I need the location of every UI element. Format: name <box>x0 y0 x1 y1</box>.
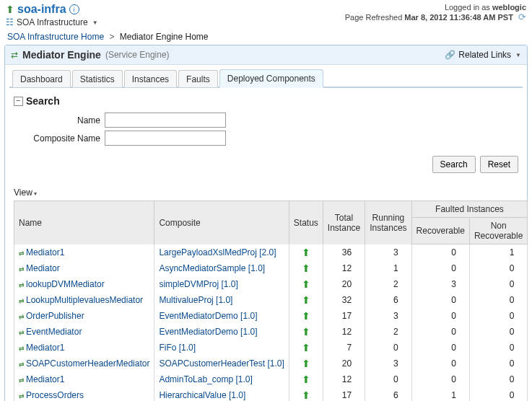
composite-link[interactable]: SOAPCustomerHeaderTest [1.0] <box>159 358 284 369</box>
running-instances-cell: 0 <box>365 340 411 356</box>
tab-instances[interactable]: Instances <box>124 70 177 87</box>
page-context-title[interactable]: soa-infra <box>17 3 66 16</box>
running-instances-cell: 3 <box>365 308 411 324</box>
reset-button[interactable]: Reset <box>480 156 518 173</box>
component-name-link[interactable]: Mediator <box>26 263 60 273</box>
chevron-down-icon: ▼ <box>515 52 521 58</box>
table-row: ⇄LookupMultiplevaluesMediatorMultivalueP… <box>14 292 528 308</box>
composite-link[interactable]: AsyncMediatorSample [1.0] <box>159 263 265 273</box>
recoverable-cell: 1 <box>411 387 469 402</box>
composite-link[interactable]: AdminToLab_comp [1.0] <box>159 374 252 384</box>
total-instance-cell: 12 <box>323 260 365 276</box>
tab-statistics[interactable]: Statistics <box>72 70 123 87</box>
composite-link[interactable]: MultivalueProj [1.0] <box>159 295 232 305</box>
context-menu[interactable]: ☷ SOA Infrastructure ▼ <box>6 17 98 27</box>
breadcrumb: SOA Infrastructure Home > Mediator Engin… <box>0 29 532 45</box>
col-name[interactable]: Name <box>14 201 154 244</box>
composite-link[interactable]: simpleDVMProj [1.0] <box>159 279 237 289</box>
running-instances-cell: 3 <box>365 356 411 371</box>
running-instances-cell: 3 <box>365 244 411 260</box>
recoverable-cell: 0 <box>411 340 469 356</box>
related-links-label: Related Links <box>458 50 511 60</box>
breadcrumb-current: Mediator Engine Home <box>120 32 209 42</box>
non-recoverable-cell: 0 <box>469 356 527 371</box>
mediator-row-icon: ⇄ <box>19 297 25 304</box>
total-instance-cell: 36 <box>323 244 365 260</box>
total-instance-cell: 32 <box>323 292 365 308</box>
tab-dashboard[interactable]: Dashboard <box>12 70 71 87</box>
tab-faults[interactable]: Faults <box>178 70 218 87</box>
table-row: ⇄ProcessOrdersHierarchicalValue [1.0]⬆17… <box>14 387 528 402</box>
infra-icon: ☷ <box>6 17 14 27</box>
composite-link[interactable]: EventMediatorDemo [1.0] <box>159 327 257 337</box>
link-icon: 🔗 <box>445 50 455 60</box>
name-field-label: Name <box>14 115 105 125</box>
table-row: ⇄Mediator1FiFo [1.0]⬆7000 <box>14 340 528 356</box>
col-total-instance[interactable]: Total Instance <box>323 201 365 244</box>
mediator-row-icon: ⇄ <box>19 250 25 257</box>
col-recoverable[interactable]: Recoverable <box>411 218 469 244</box>
page-refreshed-label: Page Refreshed <box>345 13 405 22</box>
recoverable-cell: 0 <box>411 260 469 276</box>
table-row: ⇄EventMediatorEventMediatorDemo [1.0]⬆12… <box>14 324 528 340</box>
component-name-link[interactable]: lookupDVMMediator <box>26 279 105 289</box>
composite-name-field-label: Composite Name <box>14 133 105 144</box>
refresh-icon[interactable]: ⟳ <box>518 12 526 22</box>
table-row: ⇄lookupDVMMediatorsimpleDVMProj [1.0]⬆20… <box>14 276 528 292</box>
recoverable-cell: 0 <box>411 356 469 371</box>
breadcrumb-home-link[interactable]: SOA Infrastructure Home <box>7 32 104 42</box>
component-name-link[interactable]: Mediator1 <box>26 374 64 384</box>
name-input[interactable] <box>105 113 226 128</box>
table-row: ⇄OrderPublisherEventMediatorDemo [1.0]⬆1… <box>14 308 528 324</box>
search-button[interactable]: Search <box>432 156 476 173</box>
component-name-link[interactable]: LookupMultiplevaluesMediator <box>26 295 143 305</box>
recoverable-cell: 3 <box>411 276 469 292</box>
composite-link[interactable]: LargePayloadXslMedProj [2.0] <box>159 247 276 257</box>
non-recoverable-cell: 0 <box>469 324 527 340</box>
total-instance-cell: 7 <box>323 340 365 356</box>
col-running-instances[interactable]: Running Instances <box>365 201 411 244</box>
info-icon[interactable]: i <box>69 4 79 14</box>
logged-in-text: Logged in as weblogic <box>345 3 526 12</box>
view-menu[interactable]: View▾ <box>14 188 518 198</box>
mediator-row-icon: ⇄ <box>19 376 25 384</box>
non-recoverable-cell: 0 <box>469 371 527 387</box>
total-instance-cell: 17 <box>323 387 365 402</box>
component-name-link[interactable]: SOAPCustomerHeaderMediator <box>26 358 149 369</box>
composite-link[interactable]: FiFo [1.0] <box>159 343 196 353</box>
total-instance-cell: 20 <box>323 276 365 292</box>
recoverable-cell: 0 <box>411 244 469 260</box>
status-up-icon: ⬆ <box>294 342 318 353</box>
composite-link[interactable]: HierarchicalValue [1.0] <box>159 390 245 400</box>
status-up-icon: ⬆ <box>294 310 318 322</box>
table-row: ⇄Mediator1AdminToLab_comp [1.0]⬆12000 <box>14 371 528 387</box>
running-instances-cell: 6 <box>365 387 411 402</box>
up-arrow-icon: ⬆ <box>6 4 14 14</box>
recoverable-cell: 0 <box>411 292 469 308</box>
mediator-row-icon: ⇄ <box>19 329 25 336</box>
col-composite[interactable]: Composite <box>154 201 289 244</box>
composite-name-input[interactable] <box>105 131 226 146</box>
chevron-down-icon: ▼ <box>92 19 98 26</box>
total-instance-cell: 12 <box>323 324 365 340</box>
component-name-link[interactable]: OrderPublisher <box>26 311 84 321</box>
non-recoverable-cell: 1 <box>469 244 527 260</box>
collapse-toggle-icon[interactable]: − <box>14 97 23 106</box>
related-links-menu[interactable]: 🔗 Related Links ▼ <box>445 50 521 60</box>
page-refreshed-time: Mar 8, 2012 11:36:48 AM PST <box>404 13 513 22</box>
component-name-link[interactable]: Mediator1 <box>26 247 64 257</box>
mediator-row-icon: ⇄ <box>19 313 25 320</box>
status-up-icon: ⬆ <box>294 247 318 258</box>
non-recoverable-cell: 0 <box>469 276 527 292</box>
col-non-recoverable[interactable]: Non Recoverable <box>469 218 527 244</box>
col-status[interactable]: Status <box>289 201 323 244</box>
component-name-link[interactable]: ProcessOrders <box>26 390 84 400</box>
table-row: ⇄SOAPCustomerHeaderMediatorSOAPCustomerH… <box>14 356 528 371</box>
status-up-icon: ⬆ <box>294 358 318 369</box>
component-name-link[interactable]: Mediator1 <box>26 343 64 353</box>
mediator-row-icon: ⇄ <box>19 265 25 273</box>
component-name-link[interactable]: EventMediator <box>26 327 82 337</box>
panel-subtitle: (Service Engine) <box>105 50 170 60</box>
composite-link[interactable]: EventMediatorDemo [1.0] <box>159 311 257 321</box>
tab-deployed-components[interactable]: Deployed Components <box>219 69 323 88</box>
